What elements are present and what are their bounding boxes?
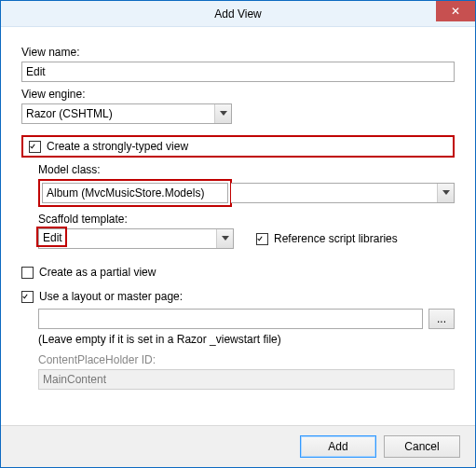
model-class-dropdown-highlight: Album (MvcMusicStore.Models) <box>42 183 228 203</box>
close-icon: ✕ <box>451 5 460 18</box>
strongly-typed-highlight: Create a strongly-typed view <box>21 135 455 158</box>
view-engine-dropdown[interactable]: Razor (CSHTML) <box>21 103 232 124</box>
ref-scripts-checkbox[interactable] <box>256 233 268 245</box>
view-name-label: View name: <box>21 46 455 59</box>
view-name-value: Edit <box>26 62 46 81</box>
close-button[interactable]: ✕ <box>436 1 475 21</box>
cph-id-value: MainContent <box>43 370 106 389</box>
scaffold-value: Edit <box>43 231 62 244</box>
cph-id-input: MainContent <box>38 369 455 390</box>
layout-path-input[interactable] <box>38 309 423 329</box>
use-layout-checkbox[interactable] <box>21 291 34 303</box>
model-class-label: Model class: <box>38 163 455 176</box>
layout-hint: (Leave empty if it is set in a Razor _vi… <box>38 333 455 346</box>
strongly-typed-label: Create a strongly-typed view <box>47 140 188 153</box>
view-name-input[interactable]: Edit <box>21 62 455 82</box>
chevron-down-icon <box>214 104 231 123</box>
chevron-down-icon <box>216 229 233 248</box>
cph-id-label: ContentPlaceHolder ID: <box>38 353 455 366</box>
scaffold-dropdown[interactable] <box>38 228 234 249</box>
partial-view-checkbox[interactable] <box>21 267 34 279</box>
model-class-value: Album (MvcMusicStore.Models) <box>47 184 204 202</box>
dialog-content: View name: Edit View engine: Razor (CSHT… <box>1 27 475 425</box>
strongly-typed-checkbox[interactable] <box>29 141 41 153</box>
ellipsis-icon: ... <box>437 312 446 325</box>
view-engine-label: View engine: <box>21 88 455 101</box>
dialog-footer: Add Cancel <box>1 425 475 467</box>
chevron-down-icon <box>437 184 454 202</box>
scaffold-label: Scaffold template: <box>38 213 455 226</box>
window-title: Add View <box>1 7 475 21</box>
add-button[interactable]: Add <box>300 435 376 458</box>
view-engine-value: Razor (CSHTML) <box>26 104 113 123</box>
titlebar: Add View ✕ <box>1 1 475 27</box>
browse-button[interactable]: ... <box>428 309 455 329</box>
ref-scripts-label: Reference script libraries <box>274 232 398 245</box>
partial-view-label: Create as a partial view <box>39 266 156 279</box>
use-layout-label: Use a layout or master page: <box>39 290 183 303</box>
cancel-button[interactable]: Cancel <box>384 435 460 458</box>
model-class-dropdown[interactable] <box>231 183 455 203</box>
